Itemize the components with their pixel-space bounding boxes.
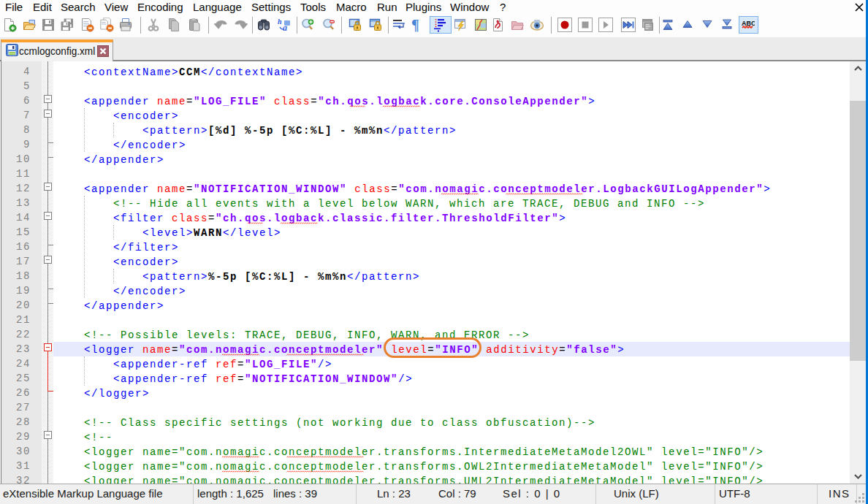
svg-text:¶: ¶ xyxy=(411,18,419,32)
svg-text:h: h xyxy=(278,18,282,26)
svg-text:ABC: ABC xyxy=(742,20,755,27)
